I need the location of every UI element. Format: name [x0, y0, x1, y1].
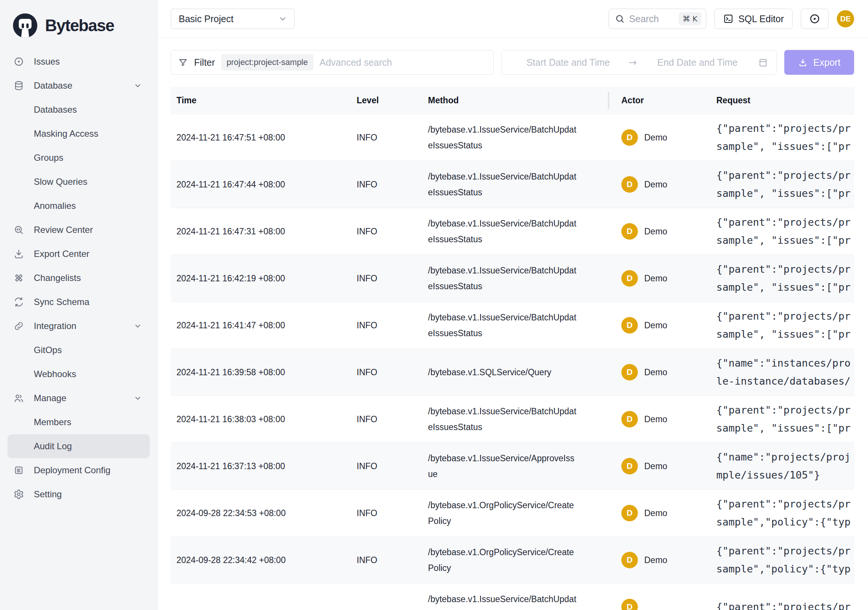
- column-header-level[interactable]: Level: [356, 95, 428, 106]
- sidebar-item[interactable]: Database: [8, 74, 150, 98]
- sidebar-nav: Issues Database Databases: [8, 50, 150, 506]
- table-body: 2024-11-21 16:47:51 +08:00 INFO /bytebas…: [171, 114, 854, 610]
- issue-status-button[interactable]: [801, 9, 829, 29]
- cell-method: /bytebase.v1.IssueService/BatchUpdateIss…: [428, 262, 622, 294]
- column-header-time[interactable]: Time: [171, 95, 356, 106]
- actor-name: Demo: [644, 180, 667, 190]
- range-arrow-icon: →: [626, 57, 639, 68]
- column-header-request[interactable]: Request: [716, 95, 854, 106]
- sidebar-item[interactable]: Setting: [8, 482, 150, 506]
- cell-method: /bytebase.v1.OrgPolicyService/CreatePoli…: [428, 497, 622, 529]
- sidebar-item[interactable]: Review Center: [8, 218, 150, 242]
- cell-actor: D Demo: [622, 505, 716, 522]
- cell-actor: D Demo: [622, 176, 716, 193]
- table-row[interactable]: 2024-09-28 22:34:53 +08:00 INFO /bytebas…: [171, 489, 854, 536]
- chevron-down-icon: [133, 321, 142, 331]
- cell-level: INFO: [356, 180, 428, 190]
- sidebar-item[interactable]: Changelists: [8, 266, 150, 290]
- actor-name: Demo: [644, 227, 667, 237]
- bytebase-logo-icon: [11, 12, 39, 39]
- sidebar-item[interactable]: Deployment Config: [8, 458, 150, 482]
- changelists-icon: [14, 273, 24, 283]
- sidebar-item[interactable]: Manage: [8, 386, 150, 410]
- actor-name: Demo: [644, 320, 667, 331]
- actor-name: Demo: [644, 367, 667, 377]
- table-row[interactable]: 2024-11-21 16:37:13 +08:00 INFO /bytebas…: [171, 442, 854, 489]
- user-avatar[interactable]: DE: [837, 10, 854, 28]
- cell-time: 2024-11-21 16:39:58 +08:00: [171, 367, 356, 377]
- cell-time: 2024-09-28 22:34:42 +08:00: [171, 555, 356, 565]
- advanced-search-input[interactable]: Filter project:project-sample Advanced s…: [171, 50, 494, 75]
- sidebar-item[interactable]: Issues: [8, 50, 150, 74]
- table-row[interactable]: 2024-11-21 16:47:44 +08:00 INFO /bytebas…: [171, 161, 854, 208]
- sidebar-item[interactable]: Webhooks: [8, 362, 150, 386]
- cell-actor: D Demo: [622, 270, 716, 287]
- table-row[interactable]: 2024-11-21 16:38:03 +08:00 INFO /bytebas…: [171, 396, 854, 442]
- cell-request: {"parent":"projects/pr sample", "issues"…: [716, 307, 854, 343]
- integration-icon: [14, 321, 24, 331]
- actor-avatar: D: [622, 129, 638, 146]
- sidebar-item[interactable]: Members: [8, 410, 150, 434]
- sidebar-item[interactable]: Sync Schema: [8, 290, 150, 314]
- column-header-method[interactable]: Method: [428, 95, 622, 106]
- sidebar-item[interactable]: Groups: [8, 146, 150, 170]
- table-row[interactable]: 2024-11-21 16:42:19 +08:00 INFO /bytebas…: [171, 255, 854, 302]
- table-header-row: Time Level Method Actor Request: [171, 87, 854, 114]
- cell-level: INFO: [356, 461, 428, 471]
- sql-editor-button[interactable]: SQL Editor: [715, 9, 792, 29]
- logo[interactable]: Bytebase: [8, 10, 150, 41]
- cell-time: 2024-11-21 16:42:19 +08:00: [171, 273, 356, 284]
- table-row[interactable]: 2024-11-21 16:39:58 +08:00 INFO /bytebas…: [171, 349, 854, 396]
- manage-icon: [14, 393, 24, 404]
- cell-request: {"parent":"projects/pr: [716, 598, 854, 610]
- sidebar-item[interactable]: Audit Log: [8, 434, 150, 458]
- brand-name: Bytebase: [45, 16, 114, 35]
- cell-method: /bytebase.v1.IssueService/BatchUpdateIss…: [428, 591, 622, 610]
- sidebar-item[interactable]: Slow Queries: [8, 170, 150, 194]
- export-button[interactable]: Export: [784, 50, 854, 75]
- cell-method: /bytebase.v1.SQLService/Query: [428, 364, 622, 380]
- cell-method: /bytebase.v1.IssueService/BatchUpdateIss…: [428, 216, 622, 247]
- table-row[interactable]: 2024-11-21 16:47:51 +08:00 INFO /bytebas…: [171, 114, 854, 161]
- cell-actor: D Demo: [622, 411, 716, 427]
- table-row[interactable]: 2024-11-21 16:47:31 +08:00 INFO /bytebas…: [171, 208, 854, 255]
- cell-actor: D Demo: [622, 458, 716, 474]
- cell-method: /bytebase.v1.IssueService/BatchUpdateIss…: [428, 122, 622, 153]
- calendar-icon: [758, 57, 768, 68]
- start-date-placeholder: Start Date and Time: [510, 57, 626, 68]
- table-row[interactable]: 2024-09-28 22:34:42 +08:00 INFO /bytebas…: [171, 536, 854, 583]
- actor-avatar: D: [622, 411, 638, 427]
- cell-time: 2024-09-28 22:34:53 +08:00: [171, 508, 356, 518]
- main-area: Basic Project Search ⌘ K SQL E: [158, 0, 868, 610]
- sidebar-item[interactable]: Integration: [8, 314, 150, 338]
- audit-log-content: Filter project:project-sample Advanced s…: [158, 38, 868, 610]
- table-row[interactable]: 2024-11-21 16:41:47 +08:00 INFO /bytebas…: [171, 302, 854, 349]
- search-input[interactable]: Search ⌘ K: [609, 9, 706, 29]
- actor-avatar: D: [622, 223, 638, 240]
- project-selector[interactable]: Basic Project: [171, 9, 295, 29]
- actor-name: Demo: [644, 133, 667, 143]
- cell-request: {"parent":"projects/pr sample", "issues"…: [716, 401, 854, 437]
- search-placeholder: Search: [629, 14, 659, 25]
- sidebar-item[interactable]: Export Center: [8, 242, 150, 266]
- filter-chip-project[interactable]: project:project-sample: [221, 54, 313, 71]
- cell-method: /bytebase.v1.IssueService/BatchUpdateIss…: [428, 169, 622, 200]
- actor-avatar: D: [622, 505, 638, 522]
- sidebar-item[interactable]: Anomalies: [8, 194, 150, 218]
- actor-avatar: D: [622, 317, 638, 334]
- sidebar-item[interactable]: Masking Access: [8, 122, 150, 146]
- date-range-picker[interactable]: Start Date and Time → End Date and Time: [501, 50, 777, 75]
- cell-level: INFO: [356, 555, 428, 565]
- cell-level: INFO: [356, 367, 428, 377]
- sidebar-item[interactable]: GitOps: [8, 338, 150, 362]
- cell-time: 2024-11-21 16:37:13 +08:00: [171, 461, 356, 471]
- cell-time: 2024-11-21 16:47:51 +08:00: [171, 133, 356, 143]
- column-header-actor[interactable]: Actor: [622, 95, 716, 106]
- cell-method: /bytebase.v1.IssueService/BatchUpdateIss…: [428, 309, 622, 341]
- cell-actor: D: [622, 599, 716, 610]
- sidebar-item[interactable]: Databases: [8, 98, 150, 122]
- issues-icon: [14, 56, 24, 67]
- terminal-icon: [723, 14, 733, 24]
- cell-time: 2024-11-21 16:38:03 +08:00: [171, 414, 356, 424]
- table-row[interactable]: /bytebase.v1.IssueService/BatchUpdateIss…: [171, 583, 854, 610]
